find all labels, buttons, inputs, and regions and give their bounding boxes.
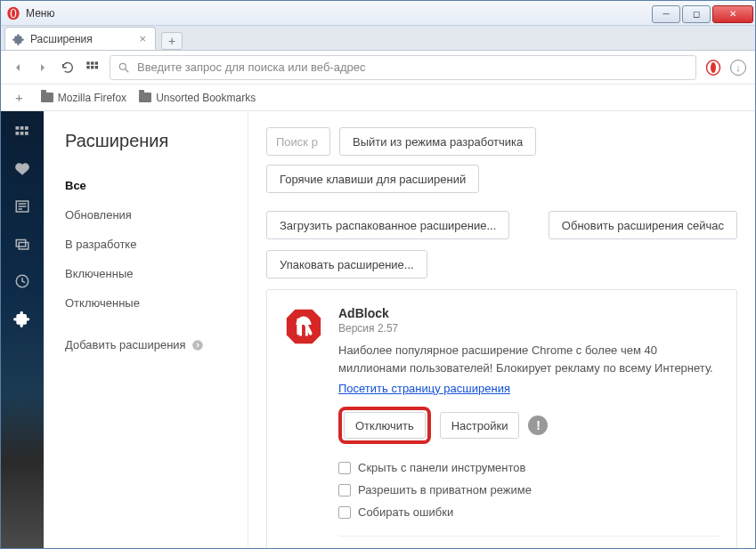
svg-rect-7 (91, 66, 93, 69)
update-now-button[interactable]: Обновить расширения сейчас (549, 211, 737, 239)
search-extensions-input[interactable]: Поиск р (266, 127, 330, 156)
sidebar-speeddial-icon[interactable] (12, 122, 32, 141)
page-content: Поиск р Выйти из режима разработчика Гор… (248, 111, 755, 548)
category-dev[interactable]: В разработке (65, 230, 248, 259)
bookmark-label: Unsorted Bookmarks (156, 92, 256, 104)
address-bar[interactable]: Введите запрос для поиска или веб-адрес (110, 55, 696, 80)
add-bookmark-button[interactable]: + (10, 90, 28, 105)
extension-card-adblock: AdBlock Версия 2.57 Наиболее популярное … (266, 289, 737, 548)
extensions-page: Расширения Все Обновления В разработке В… (44, 111, 755, 548)
speeddial-button[interactable] (85, 60, 101, 76)
svg-rect-8 (95, 66, 98, 69)
forward-button[interactable] (35, 60, 51, 76)
downloads-button[interactable]: ↓ (730, 60, 746, 76)
checkbox-icon (338, 506, 351, 519)
load-unpacked-button[interactable]: Загрузить распакованное расширение... (266, 211, 509, 239)
pack-extension-button[interactable]: Упаковать расширение... (266, 250, 427, 279)
category-updates[interactable]: Обновления (65, 200, 248, 230)
new-tab-button[interactable]: + (161, 32, 183, 50)
svg-rect-5 (95, 61, 98, 64)
sidebar-extensions-icon[interactable] (12, 309, 32, 328)
main-area: Расширения Все Обновления В разработке В… (1, 111, 755, 548)
svg-rect-3 (86, 61, 89, 64)
sidebar-bookmarks-icon[interactable] (12, 159, 32, 179)
reload-button[interactable] (60, 60, 76, 76)
svg-point-12 (711, 62, 716, 73)
option-label: Собирать ошибки (358, 505, 453, 519)
disable-button[interactable]: Отключить (344, 412, 426, 439)
highlight-annotation: Отключить (338, 407, 431, 444)
maximize-button[interactable]: ◻ (682, 5, 711, 23)
svg-rect-14 (20, 126, 24, 130)
page-sidebar: Расширения Все Обновления В разработке В… (44, 111, 248, 548)
visit-extension-page-link[interactable]: Посетить страницу расширения (338, 382, 510, 395)
bookmark-label: Mozilla Firefox (58, 92, 126, 104)
sidebar-tabs-icon[interactable] (12, 234, 32, 254)
option-collect-errors[interactable]: Собирать ошибки (338, 501, 720, 523)
puzzle-icon (12, 33, 25, 45)
sidebar-news-icon[interactable] (12, 197, 32, 216)
bookmarks-bar: + Mozilla Firefox Unsorted Bookmarks (1, 85, 755, 111)
option-hide-from-toolbar[interactable]: Скрыть с панели инструментов (338, 456, 720, 479)
bookmark-folder-firefox[interactable]: Mozilla Firefox (41, 92, 126, 104)
folder-icon (139, 93, 151, 102)
add-extensions-link[interactable]: Добавить расширения (65, 330, 248, 359)
svg-rect-17 (20, 132, 24, 135)
svg-point-9 (119, 63, 126, 69)
info-icon[interactable]: ! (528, 416, 548, 435)
svg-rect-4 (91, 61, 93, 64)
tab-close-icon[interactable]: × (137, 32, 148, 45)
svg-rect-18 (25, 132, 28, 135)
option-label: Скрыть с панели инструментов (358, 461, 525, 474)
address-placeholder: Введите запрос для поиска или веб-адрес (137, 61, 365, 74)
bookmark-folder-unsorted[interactable]: Unsorted Bookmarks (139, 92, 256, 104)
svg-rect-6 (86, 66, 89, 69)
window-titlebar: Меню ─ ◻ ✕ (1, 1, 755, 26)
category-all[interactable]: Все (65, 171, 248, 200)
option-allow-private[interactable]: Разрешить в приватном режиме (338, 479, 720, 501)
menu-button[interactable]: Меню (26, 7, 54, 20)
extension-version: Версия 2.57 (338, 322, 720, 335)
category-disabled[interactable]: Отключенные (65, 288, 248, 318)
opera-logo-icon (6, 6, 20, 20)
svg-rect-16 (16, 132, 20, 135)
checkbox-icon (338, 462, 351, 474)
hotkeys-button[interactable]: Горячие клавиши для расширений (266, 165, 479, 193)
exit-dev-mode-button[interactable]: Выйти из режима разработчика (339, 127, 536, 156)
svg-rect-13 (16, 126, 20, 130)
extension-name: AdBlock (338, 306, 720, 320)
folder-icon (41, 93, 53, 102)
tab-extensions[interactable]: Расширения × (4, 27, 156, 50)
search-icon (118, 61, 130, 74)
close-button[interactable]: ✕ (712, 5, 753, 23)
add-extensions-label: Добавить расширения (65, 338, 186, 351)
left-sidebar (1, 111, 44, 548)
checkbox-icon (338, 484, 351, 497)
nav-toolbar: Введите запрос для поиска или веб-адрес … (1, 51, 755, 85)
chevron-right-icon (191, 339, 204, 351)
minimize-button[interactable]: ─ (652, 5, 680, 23)
svg-point-26 (192, 340, 203, 351)
back-button[interactable] (10, 60, 26, 76)
opera-menu-icon[interactable] (705, 60, 721, 76)
svg-point-2 (12, 9, 15, 17)
adblock-icon (283, 306, 324, 347)
page-title: Расширения (65, 131, 248, 151)
svg-line-10 (126, 69, 129, 72)
tab-strip: Расширения × + (1, 26, 755, 51)
svg-rect-15 (25, 126, 28, 130)
category-enabled[interactable]: Включенные (65, 259, 248, 288)
sidebar-history-icon[interactable] (12, 271, 32, 291)
tab-label: Расширения (30, 33, 93, 45)
option-label: Разрешить в приватном режиме (358, 483, 532, 497)
extension-description: Наиболее популярное расширение Chrome с … (338, 342, 720, 376)
settings-button[interactable]: Настройки (440, 412, 520, 439)
